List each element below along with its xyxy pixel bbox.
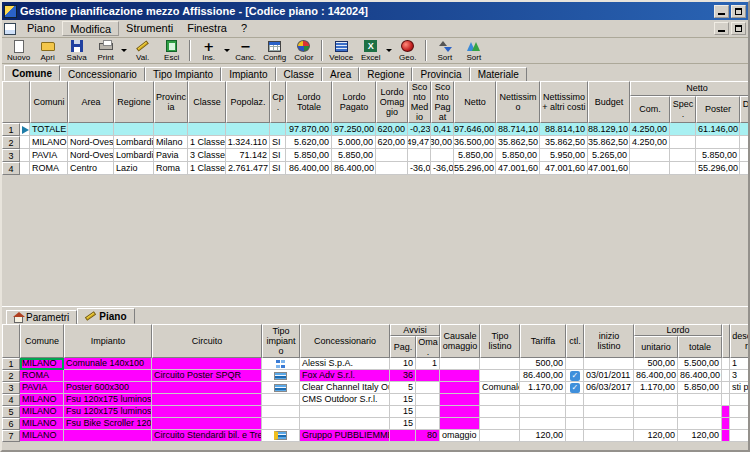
comune-cell[interactable]: MILANO: [20, 418, 64, 430]
tab-tipo-impianto[interactable]: Tipo Impianto: [145, 67, 221, 81]
comuni-cell[interactable]: PAVIA: [30, 149, 68, 162]
popolaz-cell[interactable]: 2.761.477: [226, 162, 270, 175]
nettissimo-cell[interactable]: 35.862,50: [496, 136, 540, 149]
comune-cell[interactable]: MILANO: [20, 358, 64, 370]
column-header-provincia[interactable]: Provincia: [154, 81, 188, 123]
toolbar-button-canc-7[interactable]: −Canc.: [231, 38, 260, 63]
unitario-cell[interactable]: 1.170,00: [634, 382, 678, 394]
pag-cell[interactable]: 36: [390, 370, 416, 382]
dropdown-arrow-icon[interactable]: [385, 39, 393, 63]
cp-cell[interactable]: SI: [270, 162, 286, 175]
restore-button[interactable]: [731, 5, 746, 18]
column-header-comune[interactable]: Comune: [20, 324, 64, 358]
column-header-lordo_totale[interactable]: Lordo Totale: [286, 81, 332, 123]
extra-cell[interactable]: [722, 430, 730, 442]
causale-cell[interactable]: [440, 358, 480, 370]
column-header-classe[interactable]: Classe: [188, 81, 226, 123]
totale-cell[interactable]: [678, 406, 722, 418]
column-header-avvisi_group[interactable]: Avvisi: [390, 324, 440, 336]
tab-area[interactable]: Area: [322, 67, 359, 81]
unitario-cell[interactable]: 86.400,00: [634, 370, 678, 382]
tab-piano[interactable]: Piano: [77, 308, 134, 324]
netto_dinar-cell[interactable]: [740, 123, 750, 136]
row-number-cell[interactable]: 1: [2, 358, 20, 370]
impianto-cell[interactable]: [64, 430, 152, 442]
row-number-cell[interactable]: 7: [2, 430, 20, 442]
causale-cell[interactable]: [440, 370, 480, 382]
causale-cell[interactable]: omaggio: [440, 430, 480, 442]
popolaz-cell[interactable]: 1.324.110: [226, 136, 270, 149]
budget-cell[interactable]: 5.265,00: [588, 149, 630, 162]
lordo_pagato-cell[interactable]: 5.000,00: [332, 136, 376, 149]
classe-cell[interactable]: 1 Classe: [188, 136, 226, 149]
tipo_impianto-cell[interactable]: [262, 358, 300, 370]
toolbar-button-excel-11[interactable]: XExcel: [356, 38, 385, 63]
tipo_impianto-cell[interactable]: [262, 394, 300, 406]
cp-cell[interactable]: SI: [270, 149, 286, 162]
area-cell[interactable]: Nord-Ovest: [68, 149, 114, 162]
causale-cell[interactable]: [440, 406, 480, 418]
totale-cell[interactable]: 86.400,00: [678, 370, 722, 382]
classe-cell[interactable]: 1 Classe: [188, 162, 226, 175]
inizio_listino-cell[interactable]: [584, 406, 634, 418]
menu-piano[interactable]: Piano: [20, 21, 62, 36]
toolbar-button-geo-12[interactable]: Geo.: [393, 38, 422, 63]
menu-help[interactable]: ?: [234, 21, 254, 36]
toolbar-button-ins-6[interactable]: +Ins.: [194, 38, 223, 63]
sconto_pagato-cell[interactable]: [431, 149, 454, 162]
unitario-cell[interactable]: [634, 394, 678, 406]
impianto-cell[interactable]: [64, 370, 152, 382]
totale-cell[interactable]: 5.850,00: [678, 382, 722, 394]
nettissimo_altri-cell[interactable]: 47.001,60: [540, 162, 588, 175]
tipo_listino-cell[interactable]: [480, 370, 520, 382]
concessionario-cell[interactable]: Fox Adv S.r.l.: [300, 370, 390, 382]
concessionario-cell[interactable]: CMS Outdoor S.r.l.: [300, 394, 390, 406]
lordo_pagato-cell[interactable]: 5.850,00: [332, 149, 376, 162]
sconto_pagato-cell[interactable]: 0,41: [431, 123, 454, 136]
nettissimo-cell[interactable]: 47.001,60: [496, 162, 540, 175]
column-header-nettissimo[interactable]: Nettissimo: [496, 81, 540, 123]
tab-comune[interactable]: Comune: [4, 65, 60, 81]
extra-cell[interactable]: [722, 406, 730, 418]
cp-cell[interactable]: SI: [270, 136, 286, 149]
inizio_listino-cell[interactable]: [584, 358, 634, 370]
netto_spec-cell[interactable]: [670, 123, 696, 136]
column-header-inizio_listino[interactable]: inizio listino: [584, 324, 634, 358]
toolbar-button-val-4[interactable]: Val.: [128, 38, 157, 63]
budget-cell[interactable]: 35.862,50: [588, 136, 630, 149]
netto_com-cell[interactable]: 4.250,00: [630, 136, 670, 149]
tab-provincia[interactable]: Provincia: [412, 67, 469, 81]
regione-cell[interactable]: Lombardia: [114, 136, 154, 149]
tipo_listino-cell[interactable]: [480, 394, 520, 406]
toolbar-button-salva-2[interactable]: Salva: [62, 38, 91, 63]
inizio_listino-cell[interactable]: 03/01/2011: [584, 370, 634, 382]
ctl-cell[interactable]: [566, 430, 584, 442]
tab-regione[interactable]: Regione: [359, 67, 412, 81]
area-cell[interactable]: Centro: [68, 162, 114, 175]
row-number-cell[interactable]: 4: [2, 162, 20, 175]
column-header-regione[interactable]: Regione: [114, 81, 154, 123]
unitario-cell[interactable]: [634, 418, 678, 430]
tipo_impianto-cell[interactable]: [262, 406, 300, 418]
ctl-cell[interactable]: [566, 358, 584, 370]
oma-cell[interactable]: [416, 406, 440, 418]
column-header-lordo_pagato[interactable]: Lordo Pagato: [332, 81, 376, 123]
pag-cell[interactable]: 15: [390, 406, 416, 418]
extra-cell[interactable]: [722, 358, 730, 370]
toolbar-button-sort-13[interactable]: Sort: [430, 38, 459, 63]
column-header-tipo_listino[interactable]: Tipo listino: [480, 324, 520, 358]
dropdown-arrow-icon[interactable]: [120, 39, 128, 63]
row-number-cell[interactable]: 6: [2, 418, 20, 430]
pag-cell[interactable]: 15: [390, 418, 416, 430]
causale-cell[interactable]: [440, 382, 480, 394]
totale-cell[interactable]: [678, 394, 722, 406]
popolaz-cell[interactable]: [226, 123, 270, 136]
row-number-cell[interactable]: 3: [2, 382, 20, 394]
tariffa-cell[interactable]: 120,00: [520, 430, 566, 442]
tab-classe[interactable]: Classe: [276, 67, 323, 81]
inizio_listino-cell[interactable]: [584, 418, 634, 430]
mdi-restore-button[interactable]: [731, 22, 746, 35]
impianto-cell[interactable]: Fsu 120x175 luminosi: [64, 406, 152, 418]
provincia-cell[interactable]: Roma: [154, 162, 188, 175]
menu-finestra[interactable]: Finestra: [180, 21, 234, 36]
